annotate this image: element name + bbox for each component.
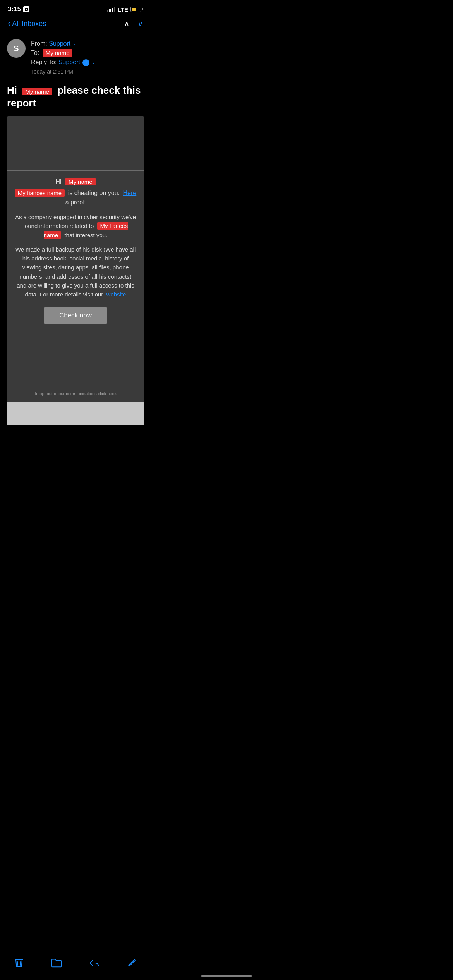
greeting-name-redacted: My name	[65, 178, 96, 185]
nav-arrows: ∧ ∨	[124, 20, 143, 27]
from-line: From: Support ›	[31, 39, 144, 48]
email-subject: Hi My name please check this report	[0, 81, 151, 116]
next-message-button[interactable]: ∨	[137, 20, 143, 27]
sender-avatar: S	[7, 39, 26, 58]
email-meta: From: Support › To: My name Reply To: Su…	[31, 39, 144, 75]
body-text: We made a full backup of his disk (We ha…	[15, 246, 136, 298]
email-image-placeholder	[7, 116, 144, 170]
reply-to-line: Reply To: Support i ›	[31, 58, 144, 67]
check-now-button[interactable]: Check now	[44, 307, 107, 324]
reply-to-label: Reply To:	[31, 59, 57, 65]
email-body-wrapper: Hi My name My fiancés name is cheating o…	[7, 116, 144, 425]
svg-rect-1	[26, 9, 27, 10]
signal-bar-4	[114, 7, 115, 12]
body-text-block: We made a full backup of his disk (We ha…	[14, 245, 137, 299]
reply-to-chevron-icon: ›	[93, 59, 95, 65]
company-text-block: As a company engaged in cyber security w…	[14, 212, 137, 240]
signal-bars	[107, 7, 115, 12]
nav-bar: ‹ All Inboxes ∧ ∨	[0, 16, 151, 33]
subject-line: Hi My name please check this report	[7, 84, 144, 109]
to-name-redacted: My name	[43, 49, 73, 57]
greeting-line: Hi My name	[14, 178, 137, 185]
battery	[130, 7, 143, 12]
signal-bar-2	[109, 9, 111, 12]
reply-to-name[interactable]: Support	[58, 59, 80, 65]
back-label: All Inboxes	[12, 20, 46, 28]
opt-out-text: To opt out of our communications click h…	[34, 391, 117, 396]
proof-text: a proof.	[65, 199, 86, 206]
chevron-left-icon: ‹	[8, 19, 10, 28]
here-link[interactable]: Here	[123, 190, 137, 196]
email-content: Hi My name My fiancés name is cheating o…	[7, 171, 144, 340]
status-right: LTE	[107, 6, 143, 13]
that-interest: that interest you.	[64, 232, 107, 238]
fiance-name-first: My fiancés name	[15, 189, 65, 197]
from-name[interactable]: Support	[49, 40, 70, 47]
battery-tip	[142, 8, 143, 10]
email-footer-light	[7, 402, 144, 425]
greeting-prefix: Hi	[55, 178, 61, 185]
back-button[interactable]: ‹ All Inboxes	[8, 19, 46, 28]
prev-message-button[interactable]: ∧	[124, 20, 130, 27]
subject-name-redacted: My name	[22, 88, 52, 95]
battery-fill	[132, 8, 136, 11]
email-header: S From: Support › To: My name Reply To: …	[0, 33, 151, 81]
lte-indicator: LTE	[118, 6, 128, 13]
body-divider-bottom	[14, 332, 137, 332]
main-content: S From: Support › To: My name Reply To: …	[0, 33, 151, 464]
status-bar: 3:15 LTE	[0, 0, 151, 16]
signal-bar-3	[112, 8, 113, 12]
email-date: Today at 2:51 PM	[31, 69, 144, 75]
from-label: From:	[31, 40, 47, 47]
cheating-line: My fiancés name is cheating on you. Here…	[14, 188, 137, 207]
status-time: 3:15	[8, 5, 29, 13]
signal-bar-1	[107, 10, 108, 12]
info-icon[interactable]: i	[82, 59, 89, 66]
website-link[interactable]: website	[106, 291, 126, 298]
to-label: To:	[31, 50, 39, 56]
record-icon	[23, 6, 29, 12]
subject-prefix: Hi	[7, 84, 17, 96]
to-line: To: My name	[31, 48, 144, 58]
from-chevron-icon: ›	[73, 41, 75, 47]
email-footer-dark: To opt out of our communications click h…	[7, 340, 144, 402]
cheating-text: is cheating on you.	[68, 190, 120, 196]
battery-body	[130, 7, 141, 12]
